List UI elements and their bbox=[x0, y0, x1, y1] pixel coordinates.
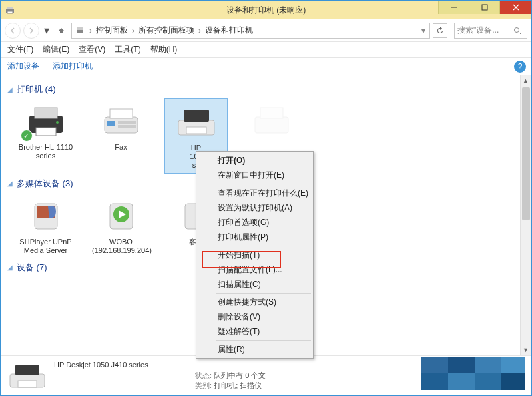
window-title: 设备和打印机 (未响应) bbox=[226, 5, 306, 16]
svg-line-10 bbox=[519, 32, 521, 34]
menu-view[interactable]: 查看(V) bbox=[79, 44, 105, 55]
svg-point-9 bbox=[515, 27, 519, 32]
menu-create-shortcut[interactable]: 创建快捷方式(S) bbox=[198, 295, 312, 309]
printer-icon bbox=[172, 101, 220, 141]
menu-set-default[interactable]: 设置为默认打印机(A) bbox=[198, 200, 312, 215]
svg-rect-4 bbox=[482, 5, 487, 10]
svg-rect-31 bbox=[15, 365, 39, 375]
group-printers-header[interactable]: ◢打印机 (4) bbox=[7, 83, 525, 95]
svg-rect-21 bbox=[184, 110, 209, 122]
fax-icon bbox=[97, 100, 145, 140]
item-label: Fax bbox=[92, 143, 150, 152]
item-label: Brother HL-1110 series bbox=[17, 143, 75, 160]
printer-item[interactable]: ✓ Brother HL-1110 series bbox=[14, 98, 77, 174]
status-status-value: 队列中有 0 个文 bbox=[214, 371, 266, 379]
breadcrumb-item[interactable]: 控制面板 bbox=[93, 25, 131, 36]
chevron-right-icon: › bbox=[197, 26, 202, 35]
svg-rect-19 bbox=[118, 125, 136, 128]
status-category-label: 类别: bbox=[195, 381, 212, 389]
svg-point-14 bbox=[56, 121, 59, 124]
menu-file[interactable]: 文件(F) bbox=[7, 44, 33, 55]
svg-rect-23 bbox=[255, 117, 288, 133]
devices-icon bbox=[75, 25, 85, 36]
nav-history-dropdown[interactable]: ▾ bbox=[42, 23, 51, 39]
svg-rect-16 bbox=[110, 109, 133, 118]
fax-item[interactable]: Fax bbox=[89, 98, 152, 174]
item-label: WOBO (192.168.199.204) bbox=[92, 238, 150, 255]
context-menu: 打开(O) 在新窗口中打开(E) 查看现在正在打印什么(E) 设置为默认打印机(… bbox=[196, 151, 314, 359]
menu-printer-props[interactable]: 打印机属性(P) bbox=[198, 230, 312, 244]
menu-scan-profiles[interactable]: 扫描配置文件(L)... bbox=[198, 262, 312, 277]
menu-edit[interactable]: 编辑(E) bbox=[43, 44, 69, 55]
media-item[interactable]: SHPlayer UPnP Media Server bbox=[14, 192, 77, 258]
media-player-icon bbox=[97, 195, 145, 235]
svg-rect-1 bbox=[7, 7, 13, 9]
status-thumbnail bbox=[7, 361, 47, 391]
menu-properties[interactable]: 属性(R) bbox=[198, 342, 312, 357]
printer-icon: ✓ bbox=[22, 100, 70, 140]
menu-start-scan[interactable]: 开始扫描(T) bbox=[198, 248, 312, 262]
svg-rect-12 bbox=[35, 108, 57, 118]
collapse-icon: ◢ bbox=[7, 264, 13, 271]
status-status-label: 状态: bbox=[195, 371, 212, 379]
media-item[interactable]: WOBO (192.168.199.204) bbox=[89, 192, 152, 258]
add-printer-button[interactable]: 添加打印机 bbox=[53, 61, 93, 72]
breadcrumb-item[interactable]: 所有控制面板项 bbox=[136, 25, 197, 36]
menu-remove-device[interactable]: 删除设备(V) bbox=[198, 309, 312, 324]
pixelated-overlay bbox=[421, 357, 525, 390]
menu-open[interactable]: 打开(O) bbox=[198, 153, 312, 168]
item-label: SHPlayer UPnP Media Server bbox=[17, 238, 75, 255]
search-input[interactable]: 搜索"设备... bbox=[454, 23, 527, 39]
group-media-label: 多媒体设备 (3) bbox=[17, 178, 73, 190]
svg-rect-18 bbox=[118, 121, 136, 124]
nav-back-button[interactable] bbox=[5, 23, 21, 39]
collapse-icon: ◢ bbox=[7, 180, 13, 187]
vertical-scrollbar[interactable]: ▲ ▼ bbox=[520, 75, 531, 355]
maximize-button[interactable] bbox=[469, 1, 499, 14]
scroll-up-button[interactable]: ▲ bbox=[521, 75, 531, 86]
address-dropdown[interactable]: ▾ bbox=[417, 26, 429, 35]
menu-print-prefs[interactable]: 打印首选项(G) bbox=[198, 215, 312, 230]
add-device-button[interactable]: 添加设备 bbox=[7, 61, 39, 72]
window-controls bbox=[438, 1, 531, 14]
chevron-right-icon: › bbox=[88, 26, 93, 35]
menu-separator bbox=[216, 293, 311, 294]
navbar: ▾ › 控制面板 › 所有控制面板项 › 设备和打印机 ▾ 搜索"设备... bbox=[1, 19, 531, 42]
toolbar: 添加设备 添加打印机 ? bbox=[1, 58, 531, 75]
printer-icon bbox=[248, 100, 296, 140]
group-printers-label: 打印机 (4) bbox=[17, 83, 56, 95]
nav-forward-button[interactable] bbox=[23, 23, 39, 39]
media-server-icon bbox=[22, 195, 70, 235]
svg-rect-17 bbox=[107, 121, 115, 126]
nav-up-button[interactable] bbox=[54, 23, 69, 38]
menu-open-new-window[interactable]: 在新窗口中打开(E) bbox=[198, 168, 312, 182]
menubar: 文件(F) 编辑(E) 查看(V) 工具(T) 帮助(H) bbox=[1, 42, 531, 58]
address-bar[interactable]: › 控制面板 › 所有控制面板项 › 设备和打印机 ▾ bbox=[71, 23, 430, 39]
menu-separator bbox=[216, 246, 311, 246]
menu-separator bbox=[216, 184, 311, 184]
chevron-right-icon: › bbox=[131, 26, 136, 35]
scroll-thumb[interactable] bbox=[522, 87, 530, 220]
status-category-value: 打印机; 扫描仪 bbox=[214, 381, 262, 389]
svg-rect-24 bbox=[260, 108, 283, 118]
svg-rect-32 bbox=[18, 381, 37, 387]
menu-help[interactable]: 帮助(H) bbox=[150, 44, 178, 55]
titlebar: 设备和打印机 (未响应) bbox=[1, 1, 531, 19]
search-icon bbox=[513, 27, 521, 35]
svg-rect-22 bbox=[186, 127, 206, 134]
menu-scan-props[interactable]: 扫描属性(C) bbox=[198, 277, 312, 292]
breadcrumb-item[interactable]: 设备和打印机 bbox=[202, 25, 256, 36]
menu-tools[interactable]: 工具(T) bbox=[115, 44, 140, 55]
refresh-button[interactable] bbox=[433, 23, 447, 38]
svg-rect-13 bbox=[36, 128, 56, 136]
close-button[interactable] bbox=[499, 1, 531, 14]
group-devices-label: 设备 (7) bbox=[17, 262, 47, 274]
minimize-button[interactable] bbox=[438, 1, 469, 14]
svg-rect-2 bbox=[7, 11, 13, 13]
menu-separator bbox=[216, 340, 311, 341]
collapse-icon: ◢ bbox=[7, 86, 13, 93]
scroll-down-button[interactable]: ▼ bbox=[521, 345, 531, 355]
menu-see-printing[interactable]: 查看现在正在打印什么(E) bbox=[198, 186, 312, 200]
help-button[interactable]: ? bbox=[514, 61, 526, 73]
menu-troubleshoot[interactable]: 疑难解答(T) bbox=[198, 324, 312, 339]
